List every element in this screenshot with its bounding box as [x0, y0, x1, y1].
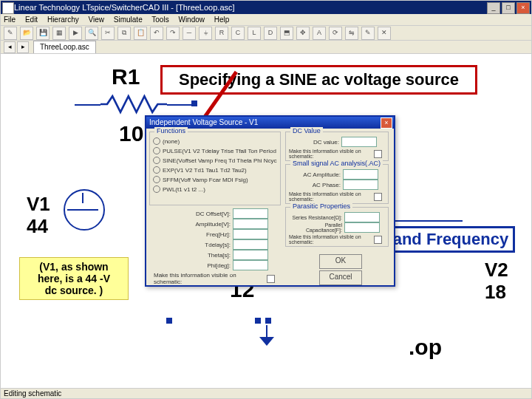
menu-hierarchy[interactable]: Hierarchy — [47, 16, 79, 24]
toolbar-comp-icon[interactable]: ⬒ — [280, 27, 293, 40]
toolbar-ground-icon[interactable]: ⏚ — [199, 27, 212, 40]
toolbar-grid-icon[interactable]: ▦ — [52, 27, 66, 40]
group-dc-title: DC Value — [290, 127, 323, 134]
toolbar-text-icon[interactable]: A — [313, 27, 326, 40]
group-ac-title: Small signal AC analysis(.AC) — [290, 160, 383, 167]
toolbar-paste-icon[interactable]: 📋 — [134, 27, 147, 40]
toolbar-ind-icon[interactable]: L — [248, 27, 261, 40]
toolbar-diode-icon[interactable]: D — [264, 27, 277, 40]
radio-label: SFFM(Voff Vamp Fcar MDI Fsig) — [163, 177, 248, 183]
menu-help[interactable]: Help — [214, 16, 230, 24]
component-value-r1: 10 — [119, 121, 143, 146]
wire — [67, 209, 98, 211]
group-ac: Small signal AC analysis(.AC) AC Amplitu… — [285, 164, 389, 204]
checkbox-dc-vis[interactable] — [374, 150, 382, 158]
window-titlebar: Linear Technology LTspice/SwitcherCAD II… — [1, 1, 531, 14]
radio-none[interactable]: (none) — [153, 137, 277, 145]
radio-pulse[interactable]: PULSE(V1 V2 Tdelay Trise Tfall Ton Perio… — [153, 147, 277, 154]
dialog-close-button[interactable]: × — [381, 117, 392, 129]
toolbar-wire-icon[interactable]: ─ — [183, 27, 196, 40]
cancel-button[interactable]: Cancel — [319, 270, 362, 285]
radio-exp[interactable]: EXP(V1 V2 Td1 Tau1 Td2 Tau2) — [153, 166, 277, 174]
toolbar-rotate-icon[interactable]: ⟳ — [329, 27, 342, 40]
menu-tools[interactable]: Tools — [151, 16, 168, 24]
group-parasitic: Parasitic Properties Series Resistance[Ω… — [285, 207, 389, 247]
input-tdelay[interactable] — [233, 239, 268, 250]
toolbar-save-icon[interactable]: 💾 — [36, 27, 50, 40]
window-maximize-button[interactable]: □ — [502, 2, 515, 14]
label-par-vis: Make this information visible on schemat… — [289, 234, 372, 245]
toolbar-open-icon[interactable]: 📂 — [20, 27, 33, 40]
input-cpar[interactable] — [344, 222, 380, 233]
toolbar-del-icon[interactable]: ✕ — [378, 27, 391, 40]
menu-window[interactable]: Window — [178, 16, 205, 24]
label-theta: Theta[s]: — [188, 252, 231, 259]
input-theta[interactable] — [233, 250, 268, 260]
input-dc-offset[interactable] — [233, 208, 268, 219]
resistor-r1 — [100, 93, 167, 115]
checkbox-vis-bottom[interactable] — [267, 275, 275, 283]
toolbar-new-icon[interactable]: ✎ — [4, 27, 17, 40]
annotation-line: (V1, as shown — [26, 261, 122, 273]
dialog-voltage-source: Independent Voltage Source - V1 × Functi… — [145, 115, 395, 287]
toolbar-undo-icon[interactable]: ↶ — [150, 27, 163, 40]
input-frequency[interactable] — [233, 229, 268, 239]
circuit-node — [265, 318, 271, 324]
app-icon — [2, 2, 14, 14]
toolbar-redo-icon[interactable]: ↷ — [166, 27, 180, 40]
checkbox-par-vis[interactable] — [374, 236, 382, 244]
menu-bar: File Edit Hierarchy View Simulate Tools … — [1, 14, 531, 26]
input-phi[interactable] — [233, 260, 268, 270]
input-ac-amp[interactable] — [343, 169, 378, 180]
toolbar-move-icon[interactable]: ✥ — [296, 27, 310, 40]
toolbar-zoom-icon[interactable]: 🔍 — [85, 27, 98, 40]
label-dc-value: DC value: — [307, 139, 339, 146]
input-dc-value[interactable] — [341, 137, 377, 147]
menu-file[interactable]: File — [4, 16, 16, 24]
label-tdelay: Tdelay[s]: — [188, 242, 231, 248]
toolbar-res-icon[interactable]: R — [215, 27, 228, 40]
toolbar-copy-icon[interactable]: ⧉ — [117, 27, 131, 40]
tab-nav-next-icon[interactable]: ▸ — [17, 41, 29, 53]
document-tab[interactable]: ThreeLoop.asc — [33, 41, 96, 53]
radio-label: SINE(Voffset Vamp Freq Td Theta Phi Ncyc… — [163, 157, 277, 164]
annotation-headline-text: Specifying a SINE ac voltage source — [179, 70, 459, 89]
toolbar-label-icon[interactable]: ✎ — [361, 27, 375, 40]
radio-label: PULSE(V1 V2 Tdelay Trise Tfall Ton Perio… — [163, 148, 277, 154]
annotation-line: here, is a 44 -V — [26, 273, 122, 284]
status-bar: Editing schematic — [1, 388, 531, 398]
label-amplitude: Amplitude[V]: — [188, 221, 231, 228]
menu-simulate[interactable]: Simulate — [114, 16, 143, 24]
label-ac-vis: Make this information visible on schemat… — [289, 191, 372, 202]
ground-symbol — [259, 325, 274, 346]
radio-sine[interactable]: SINE(Voffset Vamp Freq Td Theta Phi Ncyc… — [153, 157, 277, 164]
toolbar-mirror-icon[interactable]: ⇋ — [345, 27, 358, 40]
toolbar-cap-icon[interactable]: C — [231, 27, 245, 40]
toolbar-cut-icon[interactable]: ✂ — [101, 27, 115, 40]
tab-nav-prev-icon[interactable]: ◂ — [4, 41, 16, 53]
label-vis-bottom: Make this information visible on schemat… — [154, 272, 265, 285]
radio-label: (none) — [163, 138, 180, 145]
input-amplitude[interactable] — [233, 219, 268, 229]
radio-pwl[interactable]: PWL(t1 v1 t2 ...) — [153, 185, 277, 193]
menu-edit[interactable]: Edit — [25, 16, 38, 24]
window-minimize-button[interactable]: _ — [487, 2, 500, 14]
wire — [75, 104, 100, 106]
radio-label: EXP(V1 V2 Td1 Tau1 Td2 Tau2) — [163, 167, 247, 174]
radio-label: PWL(t1 v1 t2 ...) — [163, 186, 205, 193]
input-rser[interactable] — [344, 212, 380, 222]
annotation-v1-note: (V1, as shown here, is a 44 -V dc source… — [19, 257, 129, 300]
checkbox-ac-vis[interactable] — [374, 193, 382, 201]
annotation-line: dc source. ) — [26, 284, 122, 296]
ok-button[interactable]: OK — [319, 254, 362, 269]
radio-sffm[interactable]: SFFM(Voff Vamp Fcar MDI Fsig) — [153, 176, 277, 183]
input-ac-phase[interactable] — [343, 180, 378, 190]
menu-view[interactable]: View — [89, 16, 105, 24]
toolbar-run-icon[interactable]: ▶ — [69, 27, 82, 40]
group-functions-title: Functions — [154, 127, 188, 134]
component-value-v2: 18 — [485, 281, 506, 304]
spice-directive-op: .op — [409, 335, 442, 360]
component-label-r1: R1 — [112, 64, 140, 89]
label-phi: Phi[deg]: — [188, 262, 231, 269]
window-close-button[interactable]: × — [516, 2, 530, 14]
